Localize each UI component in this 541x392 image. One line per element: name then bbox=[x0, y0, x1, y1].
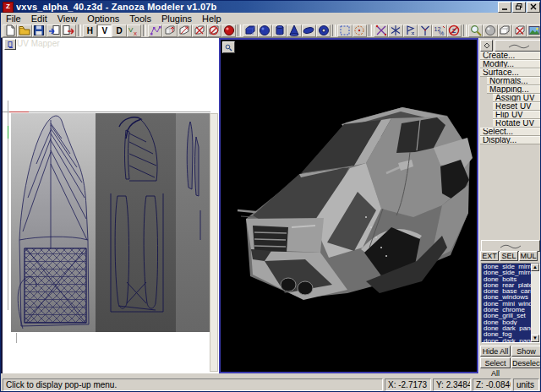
uv-mapper-viewport[interactable]: UV Mapper bbox=[1, 38, 219, 373]
layer-item[interactable]: done_side_mirror bbox=[482, 270, 531, 275]
select-quad-icon[interactable] bbox=[337, 24, 352, 37]
panel-dock-button[interactable] bbox=[480, 40, 493, 52]
uv-viewport-menu-button[interactable] bbox=[4, 39, 16, 50]
select-all-button[interactable]: Select All bbox=[480, 357, 511, 368]
h-toggle-button[interactable]: H bbox=[83, 24, 97, 37]
layer-item[interactable]: done_fog bbox=[482, 331, 531, 337]
open-file-icon[interactable] bbox=[17, 24, 31, 37]
cmd-modify[interactable]: Modify... bbox=[480, 60, 541, 68]
svg-text:%: % bbox=[439, 30, 444, 36]
menu-file[interactable]: File bbox=[1, 14, 26, 24]
vertex-format-icon[interactable]: Vx bbox=[127, 24, 141, 37]
deselect-button[interactable]: Deselect bbox=[511, 357, 541, 368]
create-ellipse-icon[interactable] bbox=[302, 24, 316, 37]
scale-tool-icon[interactable] bbox=[374, 24, 388, 37]
uv-viewport-label: UV Mapper bbox=[17, 39, 60, 48]
snap-tool-icon[interactable]: 12% bbox=[432, 24, 446, 37]
close-button[interactable] bbox=[527, 2, 540, 13]
menu-help[interactable]: Help bbox=[197, 14, 227, 24]
status-y-coordinate: Y: 2.3484 bbox=[433, 378, 471, 391]
layers-scrollbar[interactable]: ▲ ▼ bbox=[531, 264, 539, 342]
menu-options[interactable]: Options bbox=[82, 14, 124, 24]
red-sphere-tool-icon[interactable] bbox=[221, 24, 236, 37]
ext-mode-button[interactable]: EXT bbox=[480, 251, 499, 261]
command-menu: Create... Modify... Surface... Normals..… bbox=[480, 52, 541, 144]
polyline-tool-icon[interactable] bbox=[148, 24, 162, 37]
layer-item[interactable]: done_mini_window bbox=[482, 301, 531, 307]
import-file-icon[interactable] bbox=[46, 24, 61, 37]
new-file-icon[interactable] bbox=[3, 24, 17, 37]
toolbar-separator bbox=[332, 24, 336, 36]
layer-item[interactable]: done_base_carria bbox=[482, 288, 531, 294]
layer-item[interactable]: done_bolts bbox=[482, 276, 531, 282]
layers-collapse-button[interactable] bbox=[481, 240, 540, 252]
layer-item[interactable]: done_chrome bbox=[482, 307, 531, 313]
cmd-display[interactable]: Display... bbox=[480, 136, 541, 144]
cmd-flip-uv[interactable]: Flip UV bbox=[493, 111, 541, 119]
menu-edit[interactable]: Edit bbox=[26, 14, 52, 24]
select-circle-icon[interactable] bbox=[352, 24, 367, 37]
create-cube-icon[interactable] bbox=[243, 24, 257, 37]
layer-item[interactable]: done_dark_panels bbox=[482, 325, 531, 331]
disable-z-icon[interactable]: Z bbox=[447, 24, 462, 37]
cmd-normals[interactable]: Normals... bbox=[487, 77, 541, 85]
star-tool-icon[interactable] bbox=[388, 24, 402, 37]
uv-axis-horizontal bbox=[3, 112, 210, 112]
layers-listbox[interactable]: done_side_mirror_ done_side_mirror done_… bbox=[481, 263, 540, 343]
minimize-button[interactable] bbox=[498, 2, 511, 13]
perspective-viewport[interactable] bbox=[219, 38, 478, 373]
cmd-assign-uv[interactable]: Assign UV bbox=[493, 94, 541, 102]
panel-collapse-button[interactable] bbox=[495, 40, 541, 52]
menu-plugins[interactable]: Plugins bbox=[156, 14, 197, 24]
status-bar: Click to display pop-up menu. X: -2.7173… bbox=[1, 377, 541, 392]
toolbar-separator bbox=[369, 24, 372, 36]
layer-item[interactable]: done_windows bbox=[482, 294, 531, 300]
menu-bar: File Edit View Options Tools Plugins Hel… bbox=[1, 13, 541, 24]
create-torus-icon[interactable] bbox=[316, 24, 331, 37]
zoom-tool-icon[interactable] bbox=[468, 24, 483, 37]
axis-tool-icon[interactable] bbox=[418, 24, 432, 37]
svg-text:x: x bbox=[134, 30, 137, 36]
cube-tool-c-icon[interactable] bbox=[192, 24, 206, 37]
layer-item[interactable]: done_grill_set bbox=[482, 313, 531, 318]
menu-view[interactable]: View bbox=[52, 14, 83, 24]
create-cylinder-icon[interactable] bbox=[272, 24, 287, 37]
create-sphere-icon[interactable] bbox=[258, 24, 272, 37]
cmd-surface[interactable]: Surface... bbox=[480, 68, 541, 77]
uv-scrollbar[interactable] bbox=[210, 113, 218, 372]
window-title: vxvs_alpha_40.z3d - Zanoza Modeler v1.07… bbox=[16, 2, 498, 12]
v-toggle-button[interactable]: V bbox=[97, 24, 112, 37]
layer-item[interactable]: done_dark_panel2 bbox=[482, 338, 531, 343]
wireframe-view-icon[interactable] bbox=[498, 24, 512, 37]
menu-tools[interactable]: Tools bbox=[124, 14, 156, 24]
export-file-icon[interactable] bbox=[61, 24, 75, 37]
mul-mode-button[interactable]: MUL bbox=[519, 251, 538, 261]
maximize-button[interactable] bbox=[512, 2, 526, 13]
mirror-tool-icon[interactable] bbox=[403, 24, 418, 37]
layer-item[interactable]: done_side_mirror_ bbox=[482, 264, 531, 270]
show-all-button[interactable]: Show All bbox=[511, 346, 541, 357]
d-toggle-button[interactable]: D bbox=[112, 24, 126, 37]
title-bar[interactable]: Z vxvs_alpha_40.z3d - Zanoza Modeler v1.… bbox=[1, 1, 541, 13]
scroll-down-icon[interactable]: ▼ bbox=[531, 335, 539, 342]
shaded-view-icon[interactable] bbox=[483, 24, 497, 37]
cmd-select[interactable]: Select... bbox=[480, 128, 541, 136]
hide-all-button[interactable]: Hide All bbox=[480, 346, 511, 357]
cmd-create[interactable]: Create... bbox=[480, 52, 541, 60]
cmd-mapping[interactable]: Mapping... bbox=[487, 85, 541, 94]
cmd-reset-uv[interactable]: Reset UV bbox=[493, 102, 541, 111]
cmd-rotate-uv[interactable]: Rotate UV bbox=[493, 119, 541, 128]
cube-tool-d-icon[interactable] bbox=[207, 24, 221, 37]
layer-item[interactable]: done_rear_plate_ bbox=[482, 282, 531, 288]
app-icon: Z bbox=[3, 2, 14, 13]
layer-item[interactable]: done_body bbox=[482, 319, 531, 325]
scroll-up-icon[interactable]: ▲ bbox=[531, 264, 539, 271]
status-message: Click to display pop-up menu. bbox=[3, 378, 383, 391]
create-cone-icon[interactable] bbox=[287, 24, 301, 37]
hide-object-icon[interactable] bbox=[512, 24, 527, 37]
cube-tool-b-icon[interactable] bbox=[178, 24, 192, 37]
textured-view-icon[interactable] bbox=[527, 24, 541, 37]
cube-tool-a-icon[interactable] bbox=[162, 24, 177, 37]
sel-mode-button[interactable]: SEL bbox=[500, 251, 518, 261]
save-file-icon[interactable] bbox=[32, 24, 46, 37]
